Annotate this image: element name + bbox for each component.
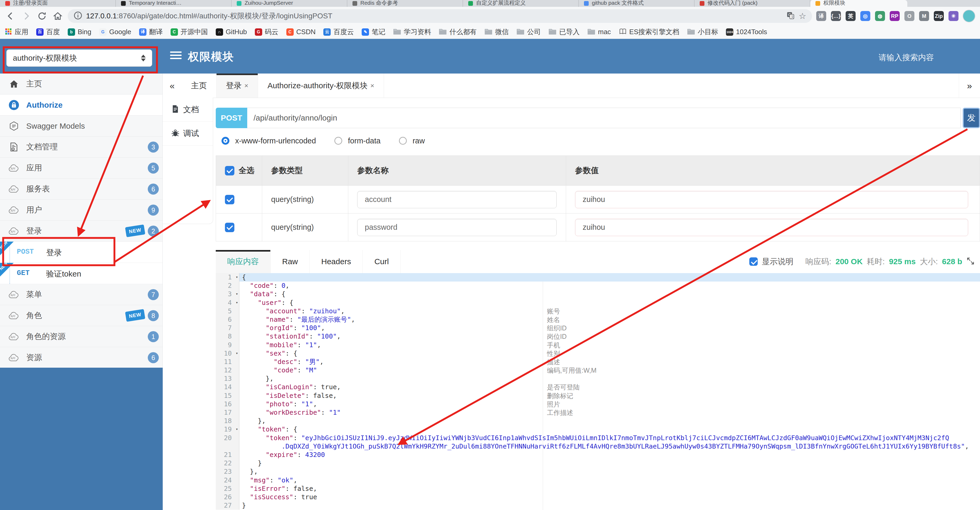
page-info-icon[interactable] <box>73 11 83 21</box>
bookmark-item[interactable]: mac <box>587 28 611 36</box>
row-checkbox[interactable] <box>225 195 234 204</box>
sidebar-item-11[interactable]: API角色NEW8 <box>0 305 162 326</box>
browser-tab[interactable]: Zuihou-JumpServer <box>231 0 347 7</box>
sidebar-endpoint-get-9[interactable]: NEWGET验证token <box>0 263 162 284</box>
bookmark-item[interactable]: 应用 <box>5 27 29 37</box>
bookmark-item[interactable]: bBing <box>68 28 91 36</box>
param-name-input[interactable]: account <box>357 191 557 208</box>
param-value-input[interactable]: zuihou <box>575 191 968 208</box>
proxy-globe-ext-icon[interactable]: ◍ <box>875 11 885 21</box>
browser-tab[interactable]: github pack 文件格式 <box>579 0 694 7</box>
close-tab-icon[interactable]: × <box>244 82 248 90</box>
sidebar-item-3[interactable]: 文档管理3 <box>0 137 162 158</box>
fold-caret[interactable]: ▾ <box>236 425 238 434</box>
back-button[interactable] <box>5 10 16 22</box>
close-tab-icon[interactable]: × <box>370 82 374 90</box>
collapse-tabs-icon[interactable]: « <box>163 73 181 98</box>
tab-response-content[interactable]: 响应内容 <box>216 250 270 273</box>
chrome-ext-icon[interactable]: ◎ <box>860 11 870 21</box>
shield-ext-icon[interactable]: M <box>919 11 929 21</box>
browser-tab[interactable]: 修改代码入门 (pack) <box>694 0 810 7</box>
bookmark-item[interactable]: 学习资料 <box>393 27 431 37</box>
module-select[interactable]: authority-权限模块 <box>6 49 152 67</box>
radio-raw[interactable] <box>399 137 407 145</box>
sidebar-item-4[interactable]: API应用5 <box>0 158 162 178</box>
browser-tab[interactable]: 注册/登录页面 <box>0 0 116 7</box>
param-name-input[interactable]: password <box>357 219 557 236</box>
fullscreen-icon[interactable] <box>966 257 975 266</box>
translate-ext-icon[interactable]: 译 <box>816 11 826 21</box>
more-tabs-icon[interactable]: » <box>959 73 980 98</box>
browser-tab[interactable]: 自定义扩展流程定义 <box>463 0 579 7</box>
bookmark-item[interactable]: 云百度云 <box>323 27 354 37</box>
nav-item-doc[interactable]: 文档 <box>163 98 213 121</box>
fold-caret[interactable]: ▾ <box>236 349 238 357</box>
json-viewer-ext-icon[interactable]: {…} <box>831 11 841 21</box>
bookmark-item[interactable]: G码云 <box>255 27 278 37</box>
browser-tab[interactable]: Temporary Interacti… <box>116 0 231 7</box>
request-url-input[interactable]: /api/authority/anno/login <box>247 108 961 128</box>
bookmark-item[interactable]: C开源中国 <box>170 27 208 37</box>
bookmark-item[interactable]: 微信 <box>485 27 509 37</box>
bookmark-item[interactable]: ∩GitHub <box>216 28 247 36</box>
bookmark-item[interactable]: 百百度 <box>36 27 60 37</box>
profile-avatar[interactable] <box>963 10 975 22</box>
reload-button[interactable] <box>36 10 48 22</box>
bookmark-item[interactable]: CCSDN <box>286 28 316 36</box>
sidebar-item-6[interactable]: API用户9 <box>0 199 162 221</box>
tab-curl[interactable]: Curl <box>363 250 401 273</box>
radio-x-www-form-urlencoded[interactable] <box>221 137 229 145</box>
tab-raw[interactable]: Raw <box>270 250 310 273</box>
sidebar-item-0[interactable]: 主页 <box>0 73 162 94</box>
gitzip-ext-icon[interactable]: Zip <box>934 11 944 21</box>
home-button[interactable] <box>52 10 64 22</box>
search-input[interactable] <box>878 50 958 65</box>
bookmark-item[interactable]: 什么都有 <box>439 27 477 37</box>
tab-login[interactable]: 登录× <box>216 73 258 98</box>
sidebar-item-5[interactable]: API服务表6 <box>0 178 162 199</box>
sidebar-item-13[interactable]: API资源6 <box>0 347 162 368</box>
tab-home[interactable]: 主页 <box>181 73 216 98</box>
select-all-checkbox[interactable] <box>225 166 234 175</box>
show-description-checkbox[interactable] <box>749 257 758 266</box>
pinwheel-ext-icon[interactable]: ✳ <box>948 11 958 21</box>
bookmark-item[interactable]: ✎笔记 <box>362 27 385 37</box>
param-value-input[interactable]: zuihou <box>575 219 968 236</box>
fold-caret[interactable]: ▾ <box>236 298 238 307</box>
fold-caret[interactable]: ▾ <box>236 290 238 298</box>
en-translate-ext-icon[interactable]: 英 <box>846 11 856 21</box>
radio-form-data[interactable] <box>334 137 342 145</box>
sidebar-item-7[interactable]: API登录NEW2 <box>0 221 162 242</box>
row-checkbox[interactable] <box>225 223 234 232</box>
fold-caret[interactable]: ▾ <box>236 273 238 281</box>
browser-tab[interactable]: 权限模块 <box>810 0 907 7</box>
send-request-button[interactable]: 发 <box>963 108 980 128</box>
bookmark-item[interactable]: ES搜索引擎文档 <box>619 27 679 37</box>
bookmark-item[interactable]: 公司 <box>517 27 541 37</box>
bookmark-star-icon[interactable]: ☆ <box>799 11 806 21</box>
code-text: "isError": false, <box>239 484 980 493</box>
rp-ext-icon[interactable]: RP <box>890 11 900 21</box>
translate-page-icon[interactable]: G文 <box>786 11 795 21</box>
tab-authorize-module[interactable]: Authorize-authority-权限模块× <box>258 73 384 98</box>
tab-headers[interactable]: Headers <box>310 250 363 273</box>
address-bar[interactable]: 127.0.0.1:8760/api/gate/doc.html#/author… <box>68 9 812 23</box>
forward-button[interactable] <box>21 10 32 22</box>
bookmark-item[interactable]: 小目标 <box>687 27 718 37</box>
sidebar-item-1[interactable]: Authorize <box>0 94 162 116</box>
sidebar-item-2[interactable]: Swagger Models <box>0 116 162 137</box>
sidebar-endpoint-post-8[interactable]: NEWPOST登录 <box>0 242 162 263</box>
browser-tab[interactable]: Redis 命令参考 <box>347 0 463 7</box>
o-ext-icon[interactable]: O <box>904 11 915 21</box>
nav-item-debug[interactable]: 调试 <box>163 121 213 145</box>
bookmark-item[interactable]: GGoogle <box>99 28 131 36</box>
svg-text:API: API <box>11 209 15 212</box>
sidebar-item-12[interactable]: API角色的资源1 <box>0 326 162 347</box>
bookmark-label: 笔记 <box>372 27 385 37</box>
sidebar-item-10[interactable]: API菜单7 <box>0 284 162 305</box>
bookmark-item[interactable]: 译翻译 <box>139 27 163 37</box>
bookmark-item[interactable]: 已导入 <box>549 27 579 37</box>
bookmark-item[interactable]: 10241024Tools <box>726 28 767 36</box>
hamburger-menu-icon[interactable] <box>170 51 181 61</box>
response-json-editor[interactable]: 1▾{2 "code": 0,3▾ "data": {4▾ "user": {5… <box>216 273 980 510</box>
